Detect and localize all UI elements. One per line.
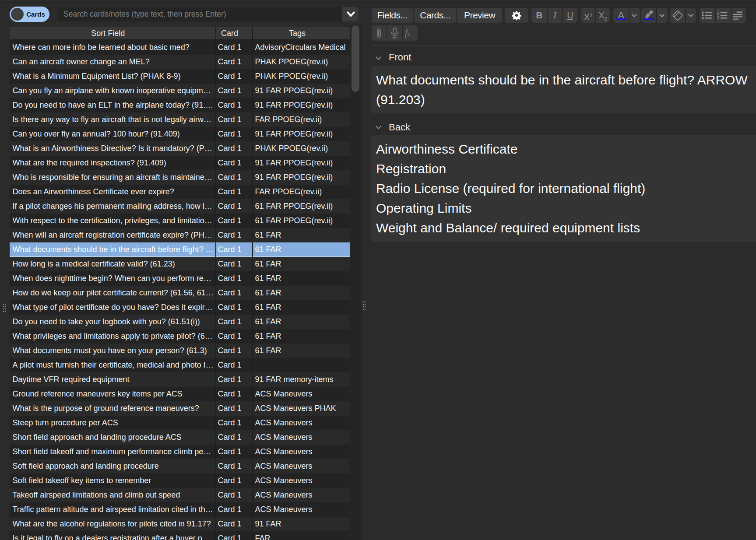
svg-text:3: 3 — [717, 15, 719, 19]
